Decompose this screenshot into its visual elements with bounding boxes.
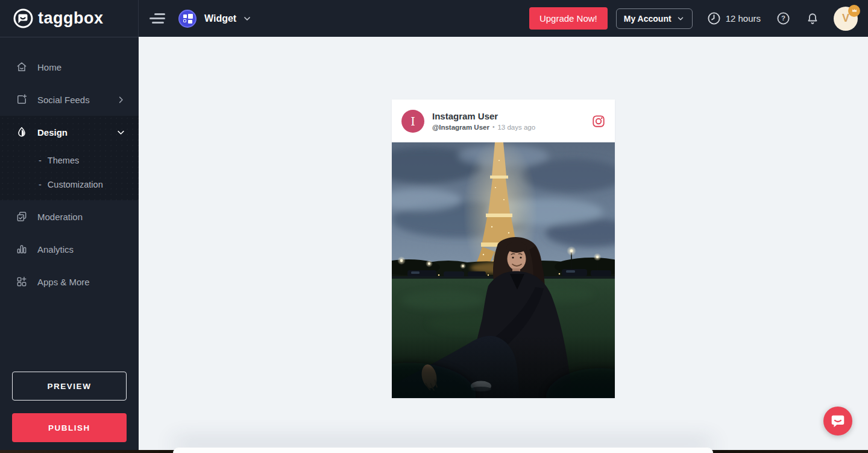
app-frame: taggbox Widget Upgrade Now! My Account [0,0,868,450]
chevron-down-icon [242,14,252,24]
sidebar-label: Analytics [37,244,74,255]
notifications-button[interactable] [806,11,819,26]
post-image [392,142,615,398]
upgrade-button[interactable]: Upgrade Now! [529,7,608,30]
bell-icon [806,11,819,26]
dash-bullet: - [39,180,42,189]
post-handle: @Instagram User [432,124,489,131]
my-account-button[interactable]: My Account [616,8,693,29]
trial-time-left[interactable]: 12 hours [707,11,761,25]
app-root: taggbox Widget Upgrade Now! My Account [0,0,868,453]
sidebar-label: Social Feeds [37,95,90,105]
post-time-ago: 13 days ago [497,124,535,131]
design-section: Design - Themes - Customization [0,116,139,200]
droplet-icon [16,126,28,138]
sidebar-label: Apps & More [37,277,90,287]
sidebar-label: Home [37,62,61,72]
bar-chart-icon [16,243,28,255]
post-header: I Instagram User @Instagram User • 13 da… [392,100,615,142]
sidebar-item-design[interactable]: Design [0,116,139,148]
dot-separator: • [492,124,495,130]
chevron-down-icon [676,14,685,23]
preview-button[interactable]: PREVIEW [12,372,127,401]
chevron-down-icon [116,128,125,137]
publish-button[interactable]: PUBLISH [12,413,127,442]
apps-grid-icon [16,276,28,288]
help-icon: ? [776,11,790,25]
sidebar-item-analytics[interactable]: Analytics [0,233,139,265]
app-body: Home Social Feeds [0,37,868,450]
home-icon [16,61,28,73]
post-avatar: I [401,110,424,133]
help-button[interactable]: ? [776,11,790,25]
clock-icon [707,11,721,25]
sidebar-item-customization[interactable]: - Customization [0,173,139,197]
sidebar-item-apps-more[interactable]: Apps & More [0,265,139,298]
sidebar-item-moderation[interactable]: Moderation [0,200,139,233]
widget-grid-icon [178,10,197,28]
sidebar-sublabel: Themes [48,156,79,165]
user-avatar[interactable]: V [834,7,858,31]
sidebar-sublabel: Customization [48,180,103,189]
post-meta: Instagram User @Instagram User • 13 days… [432,111,535,131]
logo-bubble-icon [13,8,33,28]
sidebar-item-home[interactable]: Home [0,51,139,83]
moderation-check-icon [16,211,28,223]
sidebar-label: Moderation [37,212,83,222]
widget-selector[interactable]: Widget [178,10,252,28]
add-feed-icon [16,93,28,106]
sidebar-item-social-feeds[interactable]: Social Feeds [0,83,139,116]
chat-launcher-button[interactable] [823,407,852,436]
dash-bullet: - [39,156,42,165]
bottom-sheet-peek [173,448,713,453]
topbar-right: Upgrade Now! My Account 12 hours [529,7,868,31]
sidebar: Home Social Feeds [0,37,139,450]
sidebar-label: Design [37,127,68,138]
instagram-icon[interactable] [592,115,605,128]
post-author: Instagram User [432,111,535,122]
crown-badge-icon [848,5,860,17]
chat-launcher-icon [830,413,846,429]
sidebar-item-themes[interactable]: - Themes [0,148,139,173]
widget-preview-area: I Instagram User @Instagram User • 13 da… [139,37,868,450]
instagram-post-card[interactable]: I Instagram User @Instagram User • 13 da… [392,100,615,398]
logo-text: taggbox [38,9,104,28]
widget-name: Widget [204,13,236,24]
svg-text:?: ? [781,14,785,22]
chevron-right-icon [116,95,125,104]
taggbox-logo[interactable]: taggbox [0,0,139,37]
post-subline: @Instagram User • 13 days ago [432,124,535,131]
hamburger-icon[interactable] [149,12,168,25]
trial-hours-text: 12 hours [726,13,761,24]
my-account-label: My Account [624,14,671,24]
sidebar-actions: PREVIEW PUBLISH [12,372,127,442]
topbar: taggbox Widget Upgrade Now! My Account [0,0,868,37]
